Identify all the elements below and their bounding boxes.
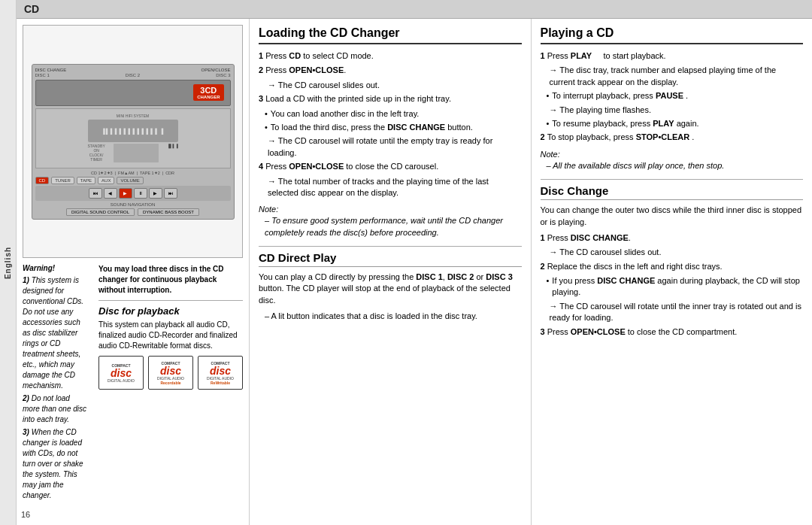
main-content: CD DISC CHANGE OPEN/CLOSE DISC 1 DISC 2 …: [17, 0, 812, 525]
playing-note: Note: – All the available discs will pla…: [541, 150, 804, 171]
play-step-2: 2 To stop playback, press STOP•CLEAR .: [541, 132, 804, 143]
device-body: DISC CHANGE OPEN/CLOSE DISC 1 DISC 2 DIS…: [32, 64, 235, 220]
disc-playback-section: Disc for playback This system can playba…: [98, 300, 243, 390]
page-header: CD: [17, 0, 812, 19]
cdr-label: CDR: [165, 171, 174, 175]
dc-arrow-2: → The CD carousel will rotate until the …: [550, 301, 804, 324]
playing-cd-section: Playing a CD 1 Press PLAY to start playb…: [541, 26, 804, 171]
step1-text: Press CD to select CD mode.: [265, 50, 374, 62]
loading-cd-section: Loading the CD Changer 1 Press CD to sel…: [259, 26, 522, 238]
play-step2-text: To stop playback, press STOP•CLEAR .: [547, 132, 695, 143]
playing-cd-title: Playing a CD: [541, 26, 804, 44]
loading-arrow-3: → The total number of tracks and the pla…: [268, 176, 522, 199]
step3-text: Load a CD with the printed side up in th…: [265, 93, 451, 105]
next-btn[interactable]: ▶: [149, 188, 162, 199]
dc-step1-num: 1: [541, 232, 545, 244]
content-body: DISC CHANGE OPEN/CLOSE DISC 1 DISC 2 DIS…: [17, 19, 812, 525]
prev-btn[interactable]: ◀: [104, 188, 117, 199]
disc3-label: DISC 3: [216, 73, 230, 77]
disc-change-title: Disc Change: [541, 184, 804, 200]
left-panel: DISC CHANGE OPEN/CLOSE DISC 1 DISC 2 DIS…: [17, 19, 250, 525]
display-badge: 3CD CHANGER: [193, 84, 223, 102]
dc-step1-text: Press DISC CHANGE.: [547, 232, 631, 244]
prev-prev-btn[interactable]: ⏮: [89, 188, 102, 199]
disc2-label: DISC 2: [126, 73, 140, 77]
play-bullet-1: To interrupt playback, press PAUSE .: [547, 90, 804, 102]
cd-direct-title: CD Direct Play: [259, 251, 522, 267]
disc-change-intro: You can change the outer two discs while…: [541, 205, 804, 228]
play-btn[interactable]: ▶: [119, 188, 132, 199]
warning-title: Warning!: [23, 264, 88, 272]
playing-note-text: – All the available discs will play once…: [547, 160, 804, 171]
dc-bullet-1: If you press DISC CHANGE again during pl…: [547, 275, 804, 299]
fm-am-label: FM▲AM: [118, 171, 135, 175]
warning-item-3: 3) When the CD changer is loaded with CD…: [23, 427, 88, 501]
cd-direct-text: You can play a CD directly by pressing t…: [259, 272, 522, 306]
play-step-1: 1 Press PLAY to start playback.: [541, 50, 804, 62]
disc-logo-1: COMPACT disc DIGITAL AUDIO: [98, 356, 144, 390]
right-left-section: You may load three discs in the CD chang…: [98, 264, 243, 501]
warning-item-2: 2) Do not load more than one disc into e…: [23, 393, 88, 425]
play-arrow-1: → The disc tray, track number and elapse…: [550, 65, 804, 88]
disc-logo-2: COMPACT disc DIGITAL AUDIO Recordable: [148, 356, 193, 390]
loading-cd-title: Loading the CD Changer: [259, 26, 522, 44]
dynamic-bass-btn[interactable]: DYNAMIC BASS BOOST: [138, 208, 199, 216]
loading-step-3: 3 Load a CD with the printed side up in …: [259, 93, 522, 105]
loading-step-4: 4 Press OPEN•CLOSE to close the CD carou…: [259, 161, 522, 172]
right-panel: Playing a CD 1 Press PLAY to start playb…: [532, 19, 813, 525]
digital-sound-btn[interactable]: DIGITAL SOUND CONTROL: [66, 208, 135, 216]
step3-num: 3: [259, 93, 263, 105]
disc-logos: COMPACT disc DIGITAL AUDIO COMPACT disc …: [98, 356, 243, 390]
cd-button[interactable]: CD: [35, 177, 50, 184]
loading-note-title: Note:: [259, 205, 522, 214]
aux-button[interactable]: AUX: [98, 177, 114, 184]
dc-step2-num: 2: [541, 261, 545, 272]
play-arrow-2: → The playing time flashes.: [550, 105, 804, 116]
disc-playback-text: This system can playback all audio CD, f…: [98, 320, 243, 351]
loading-arrow-1: → The CD carousel slides out.: [268, 80, 522, 91]
playing-note-title: Note:: [541, 150, 804, 159]
play-step2-num: 2: [541, 132, 545, 143]
cd-direct-section: CD Direct Play You can play a CD directl…: [259, 246, 522, 323]
sidebar-label: English: [4, 246, 12, 278]
disc-logo-3: COMPACT disc DIGITAL AUDIO ReWritable: [198, 356, 243, 390]
dc-step3-text: Press OPEN•CLOSE to close the CD compart…: [547, 326, 738, 338]
play-step1-text: Press PLAY to start playback.: [547, 50, 666, 62]
step1-num: 1: [259, 50, 263, 62]
loading-bullet-2: To load the third disc, press the DISC C…: [265, 122, 522, 133]
next-next-btn[interactable]: ⏭: [164, 188, 177, 199]
device-middle: MINI HIFI SYSTEM ▐▌▌▌▌▌▌▌▌▌▌▌▌▐ STANDBY …: [35, 108, 231, 168]
open-close-label: OPEN/CLOSE: [201, 68, 230, 72]
pause-btn[interactable]: ⏸: [134, 188, 147, 199]
promo-text: You may load three discs in the CD chang…: [98, 264, 243, 296]
step2-text: Press OPEN•CLOSE.: [265, 65, 346, 76]
sidebar: English: [0, 0, 17, 525]
step4-num: 4: [259, 161, 263, 172]
cd-selector-label: CD 1✦2✦3: [91, 171, 113, 175]
dc-step2-text: Replace the discs in the left and right …: [547, 261, 723, 272]
tape-button[interactable]: TAPE: [77, 177, 95, 184]
loading-bullet-1: You can load another disc in the left tr…: [265, 108, 522, 120]
center-panel: Loading the CD Changer 1 Press CD to sel…: [250, 19, 532, 525]
loading-arrow-2: → The CD carousel will rotate until the …: [268, 135, 522, 159]
dc-step3-num: 3: [541, 326, 545, 338]
disc-change-step-2: 2 Replace the discs in the left and righ…: [541, 261, 804, 272]
step2-num: 2: [259, 65, 263, 76]
loading-step-1: 1 Press CD to select CD mode.: [259, 50, 522, 62]
disc-change-section: Disc Change You can change the outer two…: [541, 179, 804, 338]
transport-controls: ⏮ ◀ ▶ ⏸ ▶ ⏭: [35, 186, 231, 201]
loading-note: Note: – To ensure good system performanc…: [259, 205, 522, 238]
warning-section: Warning! 1) This system is designed for …: [23, 264, 88, 501]
disc-change-label: DISC CHANGE: [35, 68, 67, 72]
disc-change-step-3: 3 Press OPEN•CLOSE to close the CD compa…: [541, 326, 804, 338]
play-step1-num: 1: [541, 50, 545, 62]
disc-change-step-1: 1 Press DISC CHANGE.: [541, 232, 804, 244]
loading-note-text: – To ensure good system performance, wai…: [265, 215, 522, 238]
play-bullet-2: To resume playback, press PLAY again.: [547, 118, 804, 129]
sound-nav-label: SOUND NAVIGATION: [35, 202, 231, 207]
tuner-button[interactable]: TUNER: [51, 177, 74, 184]
step4-text: Press OPEN•CLOSE to close the CD carouse…: [265, 161, 438, 172]
disc1-label: DISC 1: [35, 73, 50, 77]
volume-label: VOLUME: [117, 177, 143, 184]
loading-step-2: 2 Press OPEN•CLOSE.: [259, 65, 522, 76]
